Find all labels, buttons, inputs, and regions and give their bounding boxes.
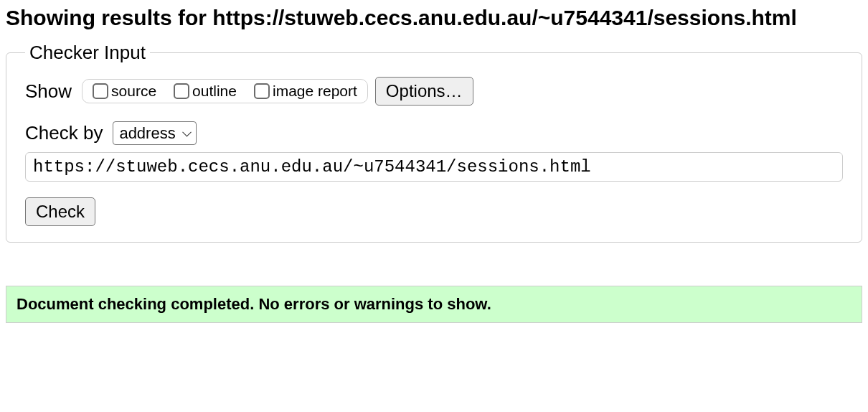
- check-by-row: Check by address: [25, 121, 843, 145]
- outline-checkbox[interactable]: [174, 83, 189, 99]
- options-button[interactable]: Options…: [375, 77, 473, 106]
- outline-checkbox-wrap: outline: [174, 83, 237, 100]
- show-row: Show source outline image report Options…: [25, 77, 843, 106]
- result-success-box: Document checking completed. No errors o…: [6, 286, 862, 323]
- check-button-row: Check: [25, 197, 843, 226]
- source-checkbox-wrap: source: [93, 83, 156, 100]
- url-row: [25, 152, 843, 182]
- image-report-checkbox[interactable]: [254, 83, 270, 99]
- source-checkbox[interactable]: [93, 83, 108, 99]
- result-message: Document checking completed. No errors o…: [16, 295, 852, 314]
- checker-input-fieldset: Checker Input Show source outline image …: [6, 42, 862, 243]
- image-report-checkbox-label[interactable]: image report: [273, 83, 357, 100]
- check-button[interactable]: Check: [25, 197, 95, 226]
- show-label: Show: [25, 80, 72, 103]
- checker-input-legend: Checker Input: [25, 42, 150, 64]
- url-input[interactable]: [25, 152, 843, 182]
- page-heading: Showing results for https://stuweb.cecs.…: [6, 6, 862, 30]
- show-options-group: source outline image report: [82, 79, 368, 103]
- image-report-checkbox-wrap: image report: [254, 83, 357, 100]
- check-by-select[interactable]: address: [113, 121, 197, 145]
- check-by-select-wrap: address: [113, 121, 197, 145]
- source-checkbox-label[interactable]: source: [111, 83, 156, 100]
- check-by-label: Check by: [25, 122, 103, 144]
- outline-checkbox-label[interactable]: outline: [192, 83, 237, 100]
